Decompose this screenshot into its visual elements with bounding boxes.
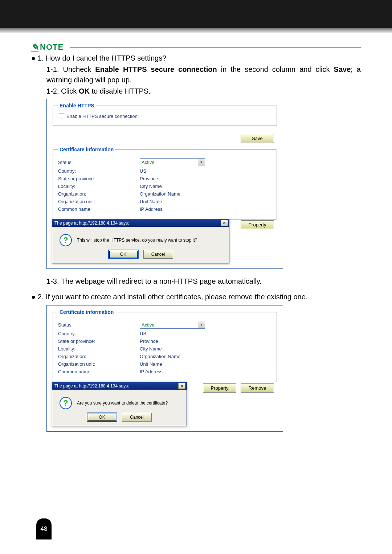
- cert-info-legend-2: Certificate information: [58, 309, 115, 315]
- status-select[interactable]: Active▼: [140, 158, 205, 166]
- figure-disable-https: Enable HTTPS Enable HTTPS secure connect…: [46, 99, 283, 269]
- country-value-2: US: [140, 331, 146, 336]
- unit-value: Unit Name: [140, 199, 162, 204]
- s1-3-a: The webpage will redirect to a non-HTTPS…: [61, 277, 262, 285]
- org-value-2: Organization Name: [140, 354, 180, 359]
- q2-prefix: ● 2.: [31, 293, 46, 301]
- org-label: Organization:: [58, 191, 140, 197]
- cert-info-fieldset-1: Certificate information Status: Active▼ …: [53, 147, 277, 219]
- close-icon[interactable]: ✕: [221, 220, 228, 226]
- s1-1-c: in the second column and click: [217, 65, 334, 73]
- header-shadow: [0, 28, 392, 33]
- enable-https-label: Enable HTTPS secure connection:: [66, 114, 139, 119]
- s1-2-num: 1-2.: [46, 87, 61, 95]
- property-button[interactable]: Property: [241, 220, 274, 229]
- state-label: State or province:: [58, 176, 140, 181]
- q2-text: If you want to create and install other …: [46, 293, 308, 301]
- q1-prefix: ● 1.: [31, 54, 46, 62]
- org-label-2: Organization:: [58, 354, 140, 359]
- country-label: Country:: [58, 168, 140, 174]
- note-icon: ✎: [31, 42, 38, 52]
- locality-value-2: City Name: [140, 346, 162, 352]
- s1-1-a: Uncheck: [63, 65, 95, 73]
- note-heading: ✎ NOTE: [31, 42, 361, 52]
- cert-info-legend-1: Certificate information: [58, 147, 115, 152]
- status-label-2: Status:: [58, 322, 140, 328]
- locality-label: Locality:: [58, 184, 140, 189]
- close-icon[interactable]: ✕: [178, 383, 185, 389]
- s1-2-a: Click: [61, 87, 79, 95]
- q1-text: How do I cancel the HTTPS settings?: [46, 54, 166, 62]
- country-value: US: [140, 168, 146, 174]
- chevron-down-icon: ▼: [198, 321, 205, 328]
- country-label-2: Country:: [58, 331, 140, 336]
- cancel-button-2[interactable]: Cancel: [122, 413, 152, 422]
- enable-https-legend: Enable HTTPS: [58, 103, 96, 108]
- unit-label-2: Organization unit:: [58, 361, 140, 367]
- status-label: Status:: [58, 160, 140, 165]
- org-value: Organization Name: [140, 191, 180, 197]
- confirm-dialog-stop-https: The page at http://192.168.4.134 says: ✕…: [52, 219, 229, 263]
- ok-button-2[interactable]: OK: [87, 413, 117, 422]
- question-icon: [60, 234, 72, 246]
- unit-label: Organization unit:: [58, 199, 140, 204]
- figure-remove-cert: Certificate information Status: Active▼ …: [46, 305, 283, 432]
- locality-value: City Name: [140, 184, 162, 189]
- confirm-dialog-delete-cert: The page at http://192.168.4.134 says: ✕…: [52, 382, 187, 426]
- status-select-2[interactable]: Active▼: [140, 321, 205, 329]
- s1-2-b: OK: [79, 87, 90, 95]
- property-button-2[interactable]: Property: [203, 383, 236, 393]
- body-text: ● 1. How do I cancel the HTTPS settings?…: [31, 53, 361, 97]
- s1-1-b: Enable HTTPS secure connection: [95, 65, 217, 73]
- cn-value: IP Address: [140, 206, 163, 212]
- dialog-message: This will stop the HTTPS service, do you…: [77, 238, 197, 243]
- ok-button[interactable]: OK: [109, 250, 138, 259]
- locality-label-2: Locality:: [58, 346, 140, 352]
- state-value-2: Province: [140, 338, 158, 344]
- state-value: Province: [140, 176, 158, 181]
- dialog-title-2: The page at http://192.168.4.134 says:: [54, 383, 129, 389]
- note-divider: [70, 47, 361, 48]
- s1-1-num: 1-1.: [46, 65, 63, 73]
- cn-value-2: IP Address: [140, 369, 163, 374]
- cn-label-2: Common name:: [58, 369, 140, 374]
- status-value: Active: [142, 160, 154, 165]
- s1-2-c: to disable HTTPS.: [90, 87, 151, 95]
- state-label-2: State or province:: [58, 338, 140, 344]
- cancel-button[interactable]: Cancel: [143, 250, 173, 259]
- header-bar: [0, 0, 392, 28]
- page-number: 48: [36, 518, 52, 539]
- unit-value-2: Unit Name: [140, 361, 162, 367]
- enable-https-fieldset: Enable HTTPS Enable HTTPS secure connect…: [53, 103, 277, 126]
- remove-button[interactable]: Remove: [241, 383, 274, 393]
- save-button[interactable]: Save: [241, 134, 274, 143]
- s1-1-d: Save: [334, 65, 351, 73]
- question-icon: [60, 397, 72, 409]
- dialog-title: The page at http://192.168.4.134 says:: [54, 221, 129, 226]
- dialog-message-2: Are you sure you want to delete the cert…: [77, 401, 168, 406]
- cn-label: Common name:: [58, 206, 140, 212]
- cert-info-fieldset-2: Certificate information Status: Active▼ …: [53, 309, 277, 382]
- s1-3-num: 1-3.: [46, 277, 61, 285]
- enable-https-checkbox[interactable]: [59, 114, 64, 119]
- body-text-2: 1-3. The webpage will redirect to a non-…: [31, 276, 361, 302]
- status-value-2: Active: [142, 322, 154, 328]
- note-label: NOTE: [40, 42, 64, 52]
- chevron-down-icon: ▼: [198, 159, 205, 166]
